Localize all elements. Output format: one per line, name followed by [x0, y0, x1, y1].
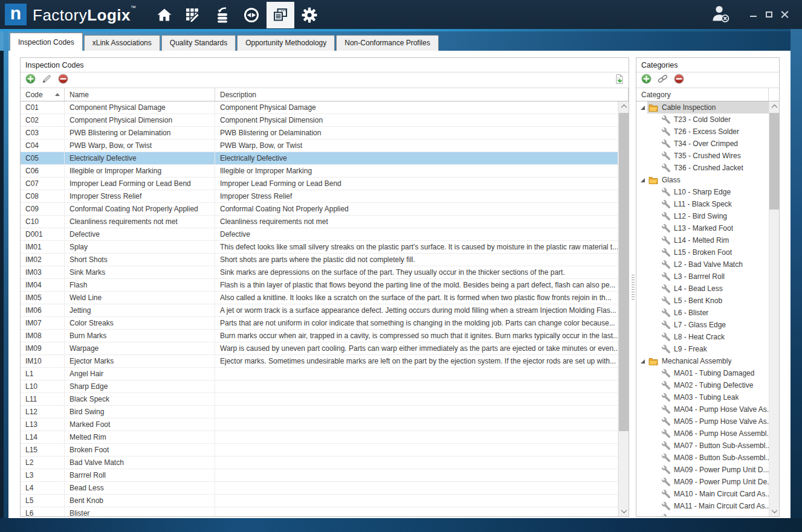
- table-row[interactable]: L3Barrrel Roll: [21, 469, 618, 482]
- table-row[interactable]: L2Bad Valve Match: [21, 457, 618, 469]
- tree-item-l6-blister[interactable]: L6 - Blister: [636, 307, 769, 319]
- tree-item-ma11-main-circuit-card-as[interactable]: MA11 - Main Circuit Card As...: [636, 500, 769, 512]
- tab-quality-standards[interactable]: Quality Standards: [161, 35, 236, 51]
- tree-item-l15-broken-foot[interactable]: L15 - Broken Foot: [636, 246, 769, 258]
- column-header-name[interactable]: Name: [65, 88, 215, 101]
- tree-group-glass[interactable]: Glass: [636, 174, 769, 186]
- category-column-header[interactable]: Category: [636, 88, 779, 101]
- tree-item-ma09-power-pump-unit-de[interactable]: MA09 - Power Pump Unit De...: [636, 476, 769, 488]
- table-row[interactable]: C06Illegible or Improper MarkingIllegibl…: [21, 165, 618, 178]
- table-row[interactable]: C03PWB Blistering or DelaminationPWB Bli…: [21, 127, 618, 139]
- table-row[interactable]: C08Improper Stress ReliefImproper Stress…: [21, 190, 618, 203]
- nav-transfer[interactable]: [238, 2, 265, 28]
- table-row[interactable]: L5Bent Knob: [21, 495, 618, 507]
- tree-item-l9-freak[interactable]: L9 - Freak: [636, 343, 769, 355]
- table-row[interactable]: IM10Ejector MarksEjector marks. Sometime…: [21, 355, 618, 368]
- tree-item-ma03-tubing-leak[interactable]: MA03 - Tubing Leak: [636, 391, 769, 403]
- tab-xlink-associations[interactable]: xLink Associations: [84, 35, 160, 51]
- nav-planning[interactable]: [179, 2, 207, 28]
- tree-item-ma07-button-sub-assembl[interactable]: MA07 - Button Sub-Assembl...: [636, 440, 769, 452]
- table-row[interactable]: IM08Burn MarksBurn marks occur when air,…: [21, 330, 618, 342]
- sign-out-button[interactable]: [710, 4, 731, 25]
- tree-item-ma01-tubing-damaged[interactable]: MA01 - Tubing Damaged: [636, 367, 769, 379]
- scrollbar-thumb[interactable]: [619, 113, 629, 431]
- table-row[interactable]: L6Blister: [21, 507, 618, 516]
- tree-item-l5-bent-knob[interactable]: L5 - Bent Knob: [636, 295, 769, 307]
- tree-item-l8-heat-crack[interactable]: L8 - Heat Crack: [636, 331, 769, 343]
- scroll-down-button[interactable]: [769, 506, 779, 516]
- tree-item-ma08-button-sub-assembl[interactable]: MA08 - Button Sub-Assembl...: [636, 452, 769, 464]
- tree-item-ma05-pump-hose-valve-as[interactable]: MA05 - Pump Hose Valve As...: [636, 415, 769, 428]
- table-row[interactable]: L14Melted Rim: [21, 431, 618, 444]
- scroll-down-button[interactable]: [619, 506, 629, 516]
- table-row[interactable]: L13Marked Foot: [21, 418, 618, 431]
- expander-icon[interactable]: [641, 178, 645, 182]
- tree-item-ma10-main-circuit-card-as[interactable]: MA10 - Main Circuit Card As...: [636, 488, 769, 500]
- tree-item-ma06-pump-hose-assembl[interactable]: MA06 - Pump Hose Assembl...: [636, 428, 769, 440]
- tree-item-item[interactable]: [636, 512, 769, 516]
- tab-opportunity-methodology[interactable]: Opportunity Methodology: [237, 35, 335, 51]
- nav-home[interactable]: [150, 2, 178, 28]
- tab-inspection-codes[interactable]: Inspection Codes: [10, 33, 83, 51]
- table-row[interactable]: IM01SplayThis defect looks like small si…: [21, 241, 618, 254]
- tree-item-l7-glass-edge[interactable]: L7 - Glass Edge: [636, 319, 769, 331]
- table-row[interactable]: IM02Short ShotsShort shots are parts whe…: [21, 254, 618, 266]
- table-row[interactable]: IM05Weld LineAlso called a knitline. It …: [21, 292, 618, 304]
- table-row[interactable]: IM03Sink MarksSink marks are depressions…: [21, 266, 618, 279]
- table-row[interactable]: C07Improper Lead Forming or Lead BendImp…: [21, 178, 618, 190]
- table-row[interactable]: L11Black Speck: [21, 393, 618, 406]
- tree-item-ma02-tubing-defective[interactable]: MA02 - Tubing Defective: [636, 379, 769, 391]
- add-category-button[interactable]: [641, 75, 652, 86]
- edit-code-button[interactable]: [41, 75, 52, 86]
- table-row[interactable]: L12Bird Swing: [21, 406, 618, 418]
- table-row[interactable]: C10Cleanliness requirements not metClean…: [21, 216, 618, 228]
- table-row[interactable]: C01Component Physical DamageComponent Ph…: [21, 101, 618, 114]
- export-button[interactable]: [613, 75, 624, 86]
- expander-icon[interactable]: [641, 359, 645, 364]
- tree-item-ma04-pump-hose-valve-as[interactable]: MA04 - Pump Hose Valve As...: [636, 403, 769, 415]
- table-row[interactable]: C09Conformal Coating Not Properly Applie…: [21, 203, 618, 216]
- tree-item-l10-sharp-edge[interactable]: L10 - Sharp Edge: [636, 186, 769, 198]
- nav-materials[interactable]: [209, 2, 236, 28]
- tree-item-ma09-power-pump-unit-d[interactable]: MA09 - Power Pump Unit D...: [636, 464, 769, 476]
- tree-item-l3-barrrel-roll[interactable]: L3 - Barrrel Roll: [636, 271, 769, 283]
- table-row[interactable]: C04PWB Warp, Bow, or TwistPWB Warp, Bow,…: [21, 139, 618, 152]
- column-header-code[interactable]: Code: [21, 88, 65, 101]
- table-row[interactable]: IM04FlashFlash is a thin layer of plasti…: [21, 279, 618, 292]
- nav-settings[interactable]: [296, 2, 323, 28]
- remove-code-button[interactable]: [57, 75, 68, 86]
- tree-item-t35-crushed-wires[interactable]: T35 - Crushed Wires: [636, 150, 769, 162]
- column-header-description[interactable]: Description: [215, 88, 629, 101]
- tree-item-l11-black-speck[interactable]: L11 - Black Speck: [636, 198, 769, 210]
- table-row[interactable]: IM06JettingA jet or worm track is a surf…: [21, 304, 618, 317]
- tree-item-t26-excess-solder[interactable]: T26 - Excess Solder: [636, 126, 769, 138]
- expander-icon[interactable]: [641, 106, 645, 110]
- maximize-button[interactable]: [761, 7, 777, 22]
- tree-item-l12-bird-swing[interactable]: L12 - Bird Swing: [636, 210, 769, 222]
- tree-item-t36-crushed-jacket[interactable]: T36 - Crushed Jacket: [636, 162, 769, 174]
- scroll-up-button[interactable]: [619, 101, 629, 112]
- close-button[interactable]: [777, 7, 792, 22]
- tree-group-cable-inspection[interactable]: Cable Inspection: [636, 101, 769, 114]
- scrollbar-thumb[interactable]: [769, 113, 780, 210]
- tree-item-l2-bad-valve-match[interactable]: L2 - Bad Valve Match: [636, 258, 769, 271]
- nav-quality-documents[interactable]: [267, 2, 294, 28]
- scroll-up-button[interactable]: [769, 101, 779, 112]
- link-category-button[interactable]: [657, 75, 668, 86]
- table-row[interactable]: C02Component Physical DimensionComponent…: [21, 114, 618, 127]
- tree-group-mechanical-assembly[interactable]: Mechanical Assembly: [636, 355, 769, 367]
- table-row[interactable]: L1Angel Hair: [21, 368, 618, 380]
- tree-item-t23-cold-solder[interactable]: T23 - Cold Solder: [636, 114, 769, 126]
- table-scrollbar[interactable]: [618, 101, 629, 516]
- remove-category-button[interactable]: [673, 75, 684, 86]
- table-row[interactable]: L15Broken Foot: [21, 444, 618, 457]
- add-code-button[interactable]: [25, 75, 36, 86]
- table-row[interactable]: L4Bead Less: [21, 482, 618, 495]
- table-row[interactable]: C05Electrically DefectiveElectrically De…: [21, 152, 618, 165]
- tree-item-t34-over-crimped[interactable]: T34 - Over Crimped: [636, 138, 769, 150]
- tree-item-l14-melted-rim[interactable]: L14 - Melted Rim: [636, 234, 769, 246]
- panel-splitter[interactable]: [630, 57, 635, 517]
- minimize-button[interactable]: [745, 7, 761, 22]
- table-row[interactable]: IM09WarpageWarp is caused by uneven part…: [21, 342, 618, 355]
- tree-scrollbar[interactable]: [769, 101, 779, 516]
